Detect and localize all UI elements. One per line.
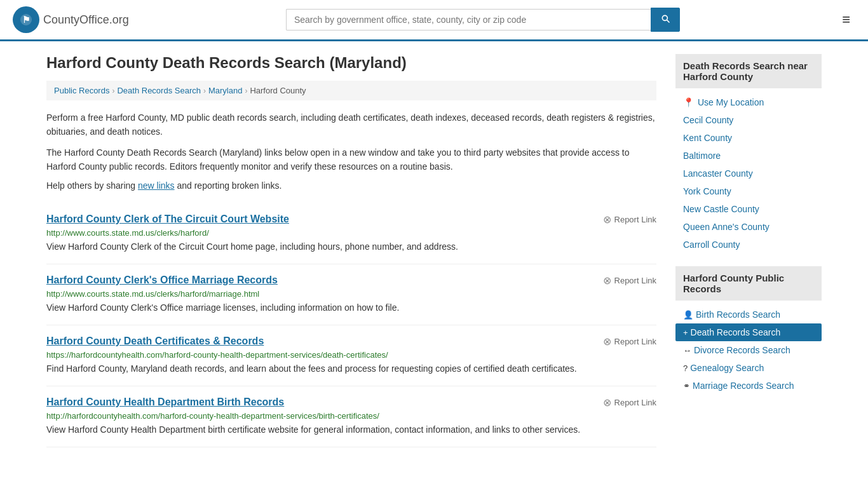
breadcrumb-maryland[interactable]: Maryland [208,86,242,95]
search-bar [286,8,680,32]
svg-text:⚑: ⚑ [22,15,31,25]
result-desc-1: View Harford County Clerk's Office marri… [46,301,656,315]
result-title-1[interactable]: Harford County Clerk's Office Marriage R… [46,274,278,286]
report-icon-1: ⊗ [603,274,611,287]
public-records-section: Harford County Public Records 👤Birth Rec… [675,266,822,395]
report-label-1: Report Link [614,276,656,285]
nearby-county-item[interactable]: Kent County [675,129,822,147]
nearby-county-item[interactable]: Lancaster County [675,165,822,182]
result-desc-0: View Harford County Clerk of the Circuit… [46,240,656,254]
pr-icon-2: ↔ [683,346,691,355]
result-item: Harford County Clerk's Office Marriage R… [46,264,656,325]
pr-icon-4: ⚭ [683,381,690,391]
pr-link-4[interactable]: Marriage Records Search [693,381,794,391]
pr-icon-3: ? [683,363,688,373]
result-header-3: Harford County Health Department Birth R… [46,396,656,409]
result-desc-3: View Harford County Health Department bi… [46,423,656,437]
nearby-header: Death Records Search near Harford County [675,54,822,88]
public-records-list: 👤Birth Records Search+Death Records Sear… [675,306,822,395]
public-record-item[interactable]: ?Genealogy Search [675,359,822,377]
pr-link-0[interactable]: Birth Records Search [696,309,780,320]
nearby-county-link-7[interactable]: Carroll County [683,240,740,250]
use-location-link[interactable]: Use My Location [698,97,764,107]
help-text: Help others by sharing new links and rep… [46,180,656,191]
pr-link-1[interactable]: Death Records Search [691,327,781,337]
location-icon: 📍 [683,97,694,107]
breadcrumb-public-records[interactable]: Public Records [54,86,109,95]
result-url-3: http://harfordcountyhealth.com/harford-c… [46,411,656,421]
result-header-2: Harford County Death Certificates & Reco… [46,336,656,348]
result-header-0: Harford County Clerk of The Circuit Cour… [46,214,656,226]
nearby-county-link-6[interactable]: Queen Anne's County [683,222,770,232]
hamburger-menu-button[interactable]: ≡ [837,9,855,30]
report-label-2: Report Link [614,337,656,346]
new-links-link[interactable]: new links [138,180,175,191]
result-item: Harford County Death Certificates & Reco… [46,325,656,386]
pr-icon-0: 👤 [683,310,693,320]
results-list: Harford County Clerk of The Circuit Cour… [46,203,656,447]
nearby-county-item[interactable]: Carroll County [675,236,822,254]
result-url-0: http://www.courts.state.md.us/clerks/har… [46,228,656,238]
nearby-county-item[interactable]: Cecil County [675,111,822,129]
search-input[interactable] [286,9,651,30]
nearby-county-item[interactable]: Queen Anne's County [675,218,822,236]
nearby-counties-list: Cecil CountyKent CountyBaltimoreLancaste… [675,111,822,254]
result-header-1: Harford County Clerk's Office Marriage R… [46,274,656,287]
nearby-county-link-2[interactable]: Baltimore [683,151,721,161]
sidebar: Death Records Search near Harford County… [675,54,822,447]
pr-icon-1: + [683,328,688,337]
report-label-0: Report Link [614,215,656,224]
breadcrumb-current: Harford County [250,86,306,95]
breadcrumb-death-records[interactable]: Death Records Search [117,86,201,95]
result-desc-2: Find Harford County, Maryland death reco… [46,362,656,376]
nearby-county-link-1[interactable]: Kent County [683,133,732,143]
report-label-3: Report Link [614,398,656,407]
nearby-county-link-3[interactable]: Lancaster County [683,168,753,179]
nearby-county-item[interactable]: New Castle County [675,200,822,218]
main-container: Harford County Death Records Search (Mar… [27,41,841,460]
report-icon-3: ⊗ [603,396,611,409]
report-link-2[interactable]: ⊗ Report Link [603,336,656,348]
breadcrumb: Public Records › Death Records Search › … [46,81,656,100]
public-record-item[interactable]: +Death Records Search [675,323,822,341]
logo-area: ⚑ CountyOffice.org [13,6,129,33]
page-header: ⚑ CountyOffice.org ≡ [0,0,868,41]
search-button[interactable] [651,8,680,32]
nearby-section: Death Records Search near Harford County… [675,54,822,254]
logo-text: CountyOffice.org [43,13,129,27]
public-records-header: Harford County Public Records [675,266,822,301]
report-link-3[interactable]: ⊗ Report Link [603,396,656,409]
result-title-2[interactable]: Harford County Death Certificates & Reco… [46,336,264,347]
public-record-item[interactable]: 👤Birth Records Search [675,306,822,323]
pr-link-3[interactable]: Genealogy Search [690,363,764,373]
report-link-1[interactable]: ⊗ Report Link [603,274,656,287]
result-url-1: http://www.courts.state.md.us/clerks/har… [46,289,656,299]
public-record-item[interactable]: ⚭Marriage Records Search [675,377,822,395]
description-1: Perform a free Harford County, MD public… [46,111,656,139]
logo-icon: ⚑ [13,6,39,33]
nearby-county-link-0[interactable]: Cecil County [683,115,733,125]
content-area: Harford County Death Records Search (Mar… [46,54,656,447]
report-icon-2: ⊗ [603,336,611,348]
nearby-county-item[interactable]: Baltimore [675,147,822,165]
description-2: The Harford County Death Records Search … [46,146,656,174]
nearby-county-link-5[interactable]: New Castle County [683,204,759,214]
page-title: Harford County Death Records Search (Mar… [46,54,656,72]
result-item: Harford County Clerk of The Circuit Cour… [46,203,656,264]
nearby-county-item[interactable]: York County [675,182,822,200]
pr-link-2[interactable]: Divorce Records Search [694,345,790,355]
report-link-0[interactable]: ⊗ Report Link [603,214,656,226]
use-location-item[interactable]: 📍 Use My Location [675,93,822,111]
result-url-2: https://harfordcountyhealth.com/harford-… [46,350,656,360]
result-title-3[interactable]: Harford County Health Department Birth R… [46,396,284,408]
nearby-county-link-4[interactable]: York County [683,186,731,196]
result-title-0[interactable]: Harford County Clerk of The Circuit Cour… [46,214,289,225]
report-icon-0: ⊗ [603,214,611,226]
public-record-item[interactable]: ↔Divorce Records Search [675,341,822,359]
result-item: Harford County Health Department Birth R… [46,386,656,447]
